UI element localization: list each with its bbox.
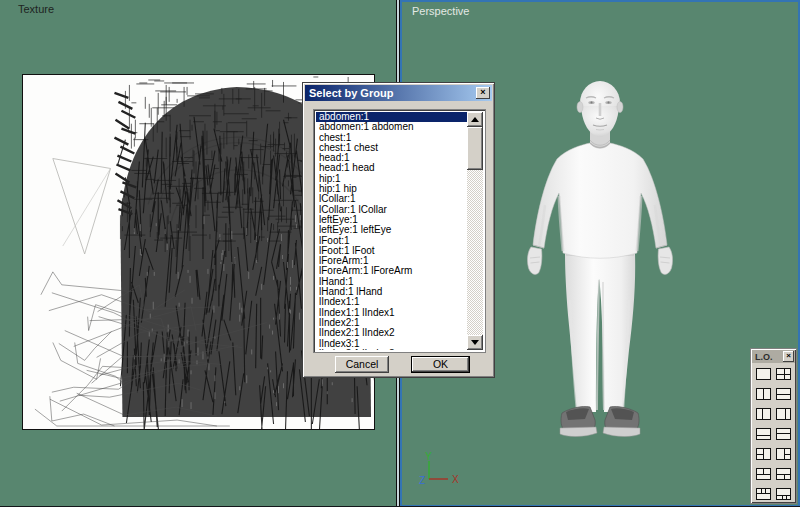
layout-quad-icon (776, 368, 791, 380)
group-list-item[interactable]: lIndex1:1 lIndex1 (316, 308, 467, 318)
layout-two-vertical-narrow-left-icon (756, 408, 771, 420)
layout-bottom-three-top-full-icon (776, 488, 791, 500)
group-list-item[interactable]: lIndex2:1 lIndex2 (316, 328, 467, 338)
layout-palette-title: L.O. (755, 352, 773, 362)
layout-palette-titlebar[interactable]: L.O. × (752, 350, 795, 363)
human-model (527, 81, 672, 437)
group-list-item[interactable]: lCollar:1 lCollar (316, 205, 467, 215)
scroll-down-icon (471, 340, 479, 345)
group-list-item[interactable]: chest:1 (316, 133, 467, 143)
uv-triangle (53, 159, 111, 254)
app-screen: { "viewports": { "texture": { "label": "… (0, 0, 800, 507)
scrollbar-thumb[interactable] (467, 127, 483, 170)
group-list-item[interactable]: hip:1 (316, 174, 467, 184)
group-list-scrollbar[interactable] (467, 112, 483, 350)
group-list-item[interactable]: lIndex1:1 (316, 297, 467, 307)
layout-left-full-right-split-button[interactable] (774, 446, 793, 463)
hand-right (658, 247, 672, 274)
dialog-titlebar[interactable]: Select by Group × (305, 85, 492, 101)
group-list-item[interactable]: lFoot:1 lFoot (316, 246, 467, 256)
layout-top-full-bottom-split-icon (776, 468, 791, 480)
layout-single-icon (756, 368, 771, 380)
scroll-down-button[interactable] (467, 335, 483, 350)
layout-two-horizontal-narrow-top-button[interactable] (774, 426, 793, 443)
axis-y-label: Y (425, 451, 432, 462)
layout-single-button[interactable] (754, 366, 773, 383)
layout-two-vertical-narrow-right-button[interactable] (774, 406, 793, 423)
axis-z-label: Z (419, 475, 425, 486)
group-list-item[interactable]: abdomen:1 (316, 112, 467, 122)
layout-two-horizontal-icon (776, 388, 791, 400)
shoe-right (603, 407, 640, 437)
group-list-item[interactable]: lIndex2:1 (316, 318, 467, 328)
shoe-left (560, 407, 597, 437)
hand-left (527, 247, 541, 274)
viewport-perspective-label: Perspective (412, 5, 469, 17)
group-list-item[interactable]: lHand:1 (316, 277, 467, 287)
layout-two-vertical-narrow-left-button[interactable] (754, 406, 773, 423)
group-list-item[interactable]: head:1 head (316, 163, 467, 173)
ok-button[interactable]: OK (411, 356, 470, 373)
layout-two-vertical-narrow-right-icon (776, 408, 791, 420)
group-list-item[interactable]: lHand:1 lHand (316, 287, 467, 297)
group-list-item[interactable]: abdomen:1 abdomen (316, 122, 467, 132)
layout-top-split-bottom-full-button[interactable] (754, 466, 773, 483)
close-icon[interactable]: × (476, 87, 490, 99)
layout-top-three-bottom-full-button[interactable] (754, 486, 773, 503)
layout-two-vertical-icon (756, 388, 771, 400)
layout-two-horizontal-narrow-top-icon (776, 428, 791, 440)
layout-quad-button[interactable] (774, 366, 793, 383)
layout-left-full-right-split-icon (776, 448, 791, 460)
axis-x-label: X (452, 474, 459, 485)
group-list-item[interactable]: hip:1 hip (316, 184, 467, 194)
group-list-item[interactable]: lCollar:1 (316, 194, 467, 204)
close-icon[interactable]: × (783, 351, 794, 362)
layout-top-full-bottom-split-button[interactable] (774, 466, 793, 483)
layout-two-horizontal-narrow-bottom-icon (756, 428, 771, 440)
group-list-item[interactable]: leftEye:1 leftEye (316, 225, 467, 235)
group-list-item[interactable]: chest:1 chest (316, 143, 467, 153)
group-list-item[interactable]: lFoot:1 (316, 236, 467, 246)
group-list-item[interactable]: lIndex3:1 (316, 339, 467, 349)
group-list-item[interactable]: lForeArm:1 lForeArm (316, 266, 467, 276)
layout-two-horizontal-button[interactable] (774, 386, 793, 403)
layout-palette: L.O. × (750, 348, 797, 504)
cancel-button[interactable]: Cancel (335, 356, 389, 373)
scroll-up-button[interactable] (467, 112, 483, 127)
layout-top-three-bottom-full-icon (756, 488, 771, 500)
dialog-title: Select by Group (309, 87, 393, 99)
viewport-texture-label: Texture (18, 3, 54, 15)
group-list-item[interactable]: head:1 (316, 153, 467, 163)
layout-two-horizontal-narrow-bottom-button[interactable] (754, 426, 773, 443)
layout-left-split-right-full-button[interactable] (754, 446, 773, 463)
axis-gizmo: Y X Z (419, 451, 459, 486)
scroll-up-icon (471, 117, 479, 122)
group-list-item[interactable]: lForeArm:1 (316, 256, 467, 266)
layout-two-vertical-button[interactable] (754, 386, 773, 403)
group-list-item[interactable]: leftEye:1 (316, 215, 467, 225)
group-list[interactable]: abdomen:1abdomen:1 abdomenchest:1chest:1… (313, 109, 486, 353)
select-by-group-dialog: Select by Group × abdomen:1abdomen:1 abd… (302, 82, 495, 378)
layout-top-split-bottom-full-icon (756, 468, 771, 480)
layout-left-split-right-full-icon (756, 448, 771, 460)
group-list-item[interactable]: lIndex3:1 lIndex3 (316, 349, 467, 350)
layout-bottom-three-top-full-button[interactable] (774, 486, 793, 503)
